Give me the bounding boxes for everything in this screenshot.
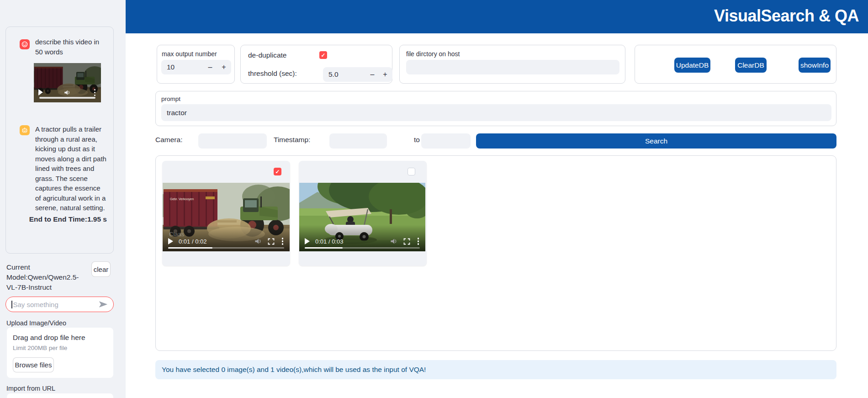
file-dropzone[interactable]: Drag and drop file here Limit 200MB per …	[7, 328, 113, 378]
video-watermark: Claas	[169, 231, 184, 238]
result-video-golfcart[interactable]: 0:01 / 0:03	[299, 183, 425, 251]
fullscreen-icon[interactable]	[268, 238, 275, 245]
app-window: describe this video in 50 words	[0, 0, 868, 398]
volume-icon[interactable]	[64, 90, 71, 96]
file-directory-label: file dirctory on host	[406, 50, 460, 58]
db-actions-card: UpdateDB ClearDB showInfo	[635, 45, 836, 84]
volume-icon[interactable]	[254, 238, 262, 244]
updatedb-button[interactable]: UpdateDB	[674, 58, 710, 73]
video-progress-played-2	[305, 247, 343, 249]
result-card-golfcart: ✓	[299, 161, 427, 266]
dropzone-text: Drag and drop file here	[13, 334, 107, 342]
fullscreen-icon[interactable]	[403, 238, 410, 245]
video-progress-bar[interactable]	[39, 97, 95, 99]
search-button[interactable]: Search	[476, 133, 836, 149]
robot-face-icon	[21, 127, 28, 133]
play-icon[interactable]	[168, 238, 173, 244]
import-url-label: Import from URL	[6, 385, 55, 392]
max-output-card: max output number 10 – +	[157, 45, 235, 84]
app-header: VisualSearch & QA	[126, 0, 868, 33]
mini-video-controls	[38, 89, 97, 96]
to-label: to	[414, 136, 420, 144]
dedup-card: de-duplicate ✓ threshold (sec): 5.0 – +	[240, 45, 392, 84]
video-time-2: 0:01 / 0:03	[315, 238, 343, 245]
chat-input[interactable]: Say something	[5, 297, 114, 312]
chat-history-container: describe this video in 50 words	[5, 27, 114, 254]
clear-button[interactable]: clear	[91, 261, 111, 277]
video-menu-icon[interactable]	[416, 238, 421, 245]
chat-input-placeholder: Say something	[13, 301, 99, 308]
max-output-input[interactable]: 10 – +	[161, 60, 231, 74]
threshold-increment-button[interactable]: +	[379, 67, 392, 82]
camera-label: Camera:	[155, 136, 182, 144]
video-controls-1: 0:01 / 0:02	[168, 237, 285, 245]
video-progress-played-1	[168, 247, 212, 249]
timestamp-from-input[interactable]	[329, 133, 387, 149]
file-directory-card: file dirctory on host	[399, 45, 625, 84]
timestamp-to-input[interactable]	[421, 133, 471, 149]
threshold-label: threshold (sec):	[248, 69, 297, 78]
dropzone-limit-text: Limit 200MB per file	[13, 345, 107, 351]
results-container: ✓ Gebr. Verkooyen	[155, 155, 836, 351]
user-message: describe this video in 50 words	[35, 37, 107, 57]
video-menu-icon[interactable]	[92, 89, 98, 96]
prompt-label: prompt	[161, 96, 180, 102]
dedup-checkbox[interactable]: ✓	[319, 51, 327, 59]
threshold-input[interactable]: 5.0 – +	[323, 67, 392, 82]
result-card-tractor: ✓ Gebr. Verkooyen	[162, 161, 290, 266]
video-progress-track-2[interactable]	[305, 247, 420, 249]
trailer-brand-text: Gebr. Verkooyen	[170, 197, 194, 201]
play-icon[interactable]	[38, 89, 43, 96]
video-controls-2: 0:01 / 0:03	[305, 237, 421, 245]
dedup-label: de-duplicate	[248, 51, 286, 59]
sidebar: describe this video in 50 words	[0, 0, 126, 398]
import-url-input[interactable]	[7, 393, 113, 398]
threshold-decrement-button[interactable]: –	[366, 67, 379, 82]
result-checkbox-1[interactable]: ✓	[274, 168, 281, 175]
max-output-decrement-button[interactable]: –	[204, 60, 217, 74]
camera-input[interactable]	[198, 133, 267, 149]
video-time-1: 0:01 / 0:02	[179, 238, 206, 245]
cleardb-button[interactable]: ClearDB	[735, 58, 767, 73]
check-icon: ✓	[275, 169, 280, 175]
showinfo-button[interactable]: showInfo	[799, 58, 831, 73]
upload-label: Upload Image/Video	[6, 319, 66, 327]
user-avatar	[20, 39, 30, 49]
assistant-avatar	[20, 125, 30, 135]
text-caret	[11, 301, 12, 308]
smiley-face-icon	[21, 41, 28, 48]
max-output-value: 10	[167, 63, 175, 71]
assistant-message: A tractor pulls a trailer through a rura…	[35, 124, 107, 213]
prompt-value: tractor	[167, 109, 187, 117]
selection-info-box: You have selected 0 image(s) and 1 video…	[155, 360, 836, 379]
page-title: VisualSearch & QA	[714, 6, 859, 26]
video-progress-track-1[interactable]	[168, 247, 284, 249]
result-video-tractor[interactable]: Gebr. Verkooyen Claas	[163, 183, 290, 251]
current-model-label: Current Model:Qwen/Qwen2.5-VL-7B-Instruc…	[6, 262, 88, 292]
browse-files-button[interactable]: Browse files	[13, 357, 54, 372]
send-icon[interactable]	[99, 301, 108, 308]
prompt-input[interactable]: tractor	[161, 104, 831, 121]
prompt-card: prompt tractor	[155, 91, 836, 126]
max-output-label: max output number	[162, 50, 217, 58]
end-to-end-time: End to End Time:1.95 s	[16, 215, 107, 223]
chat-video-player[interactable]	[34, 63, 101, 102]
file-directory-input[interactable]	[406, 60, 619, 74]
selection-info-text: You have selected 0 image(s) and 1 video…	[162, 366, 426, 374]
max-output-increment-button[interactable]: +	[217, 60, 230, 74]
play-icon[interactable]	[305, 238, 310, 244]
threshold-value: 5.0	[328, 70, 339, 79]
check-icon: ✓	[321, 52, 325, 58]
timestamp-label: Timestamp:	[274, 136, 310, 144]
video-menu-icon[interactable]	[280, 238, 286, 245]
result-checkbox-2[interactable]: ✓	[408, 168, 415, 175]
volume-icon[interactable]	[390, 238, 398, 244]
